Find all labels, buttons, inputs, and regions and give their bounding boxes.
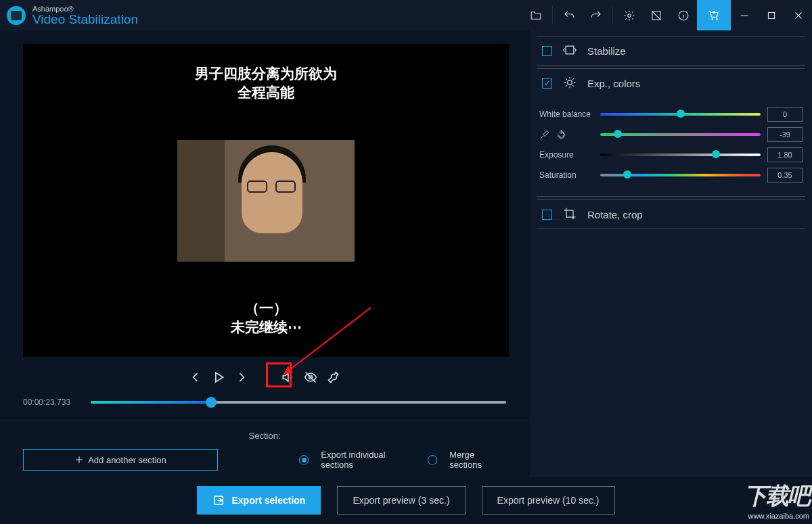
exp-colors-body: White balance 0 -39 Exposure [537,97,805,196]
section-heading: Section: [23,431,506,441]
folder-icon [530,9,542,22]
rotate-label: Rotate, crop [587,209,643,220]
add-section-button[interactable]: Add another section [23,449,218,471]
maximize-icon [765,9,777,22]
timecode-label: 00:00:23.733 [23,398,77,407]
redo-button[interactable] [583,0,610,30]
play-button[interactable] [212,371,225,384]
timeline-slider[interactable] [91,401,506,404]
stabilize-icon [563,43,577,59]
exp-colors-label: Exp., colors [587,78,640,89]
radio-individual-label: Export individual sections [321,450,415,470]
white-balance-label: White balance [539,110,593,119]
app-logo: Ashampoo® Video Stabilization [0,5,138,26]
radio-merge[interactable] [428,455,437,465]
wrench-icon [327,371,340,384]
svg-point-8 [568,80,572,85]
timeline-progress [91,401,211,404]
reset-wb-button[interactable] [556,130,566,142]
timeline-row: 00:00:23.733 [0,391,529,407]
eyedropper-icon [539,130,549,140]
exposure-thumb[interactable] [712,150,720,158]
footer-bar: Export selection Export preview (3 sec.)… [0,477,812,524]
rotate-checkbox[interactable] [542,210,552,220]
white-balance-value[interactable]: 0 [767,107,803,122]
tint-value[interactable]: -39 [767,127,803,142]
stabilize-checkbox[interactable] [542,46,552,56]
logo-icon [7,6,26,25]
undo-icon [563,9,575,22]
add-section-label: Add another section [88,455,166,465]
video-caption-top: 男子四肢分离为所欲为 全程高能 [195,64,337,102]
reset-icon [556,130,566,140]
tools-button[interactable] [327,371,340,384]
next-frame-button[interactable] [235,371,248,384]
video-preview[interactable]: 男子四肢分离为所欲为 全程高能 （一） 未完继续⋯ [23,44,509,357]
plus-icon [74,455,84,465]
theme-button[interactable] [643,0,670,30]
cart-button[interactable] [697,0,731,30]
timeline-thumb[interactable] [206,397,217,408]
stabilize-label: Stabilize [587,45,626,57]
maximize-button[interactable] [758,0,785,30]
radio-merge-label: Merge sections [449,450,506,470]
left-pane: 男子四肢分离为所欲为 全程高能 （一） 未完继续⋯ 00:00:23.733 [0,30,529,477]
close-icon [792,9,805,22]
exposure-slider[interactable] [600,153,761,156]
eyedropper-button[interactable] [539,130,549,142]
svg-rect-3 [769,12,775,18]
settings-button[interactable] [616,0,643,30]
panel-rotate-header[interactable]: Rotate, crop [537,200,805,229]
exposure-value[interactable]: 1.80 [767,147,803,162]
tint-thumb[interactable] [614,130,622,138]
exposure-label: Exposure [539,150,593,160]
saturation-label: Saturation [539,170,593,180]
section-panel: Section: Add another section Export indi… [0,421,529,471]
radio-individual[interactable] [299,455,309,465]
panel-stabilize-header[interactable]: Stabilize [537,37,805,65]
exp-colors-checkbox[interactable] [542,78,552,89]
minimize-button[interactable] [731,0,758,30]
open-file-button[interactable] [522,0,549,30]
saturation-thumb[interactable] [623,170,631,178]
panel-exp-colors: Exp., colors White balance 0 [537,68,805,197]
minimize-icon [738,9,750,22]
export-selection-button[interactable]: Export selection [197,486,321,515]
eye-off-icon [304,371,317,384]
panel-exp-header[interactable]: Exp., colors [537,69,805,97]
video-caption-bottom: （一） 未完继续⋯ [231,299,302,337]
tint-slider[interactable] [600,133,761,136]
main-area: 男子四肢分离为所欲为 全程高能 （一） 未完继续⋯ 00:00:23.733 [0,30,812,477]
info-button[interactable] [670,0,697,30]
play-icon [212,371,225,384]
saturation-slider[interactable] [600,174,761,176]
video-content: 男子四肢分离为所欲为 全程高能 （一） 未完继续⋯ [177,44,355,357]
svg-point-0 [628,14,631,17]
svg-rect-7 [566,46,574,54]
gear-icon [623,9,635,22]
chevron-right-icon [235,371,248,384]
info-icon [677,9,690,22]
close-button[interactable] [785,0,812,30]
title-bar: Ashampoo® Video Stabilization [0,0,812,30]
brightness-icon [563,76,577,91]
export-mode-radios: Export individual sections Merge section… [299,450,506,470]
saturation-value[interactable]: 0.35 [767,168,803,183]
crop-icon [563,207,577,222]
export-preview-3-button[interactable]: Export preview (3 sec.) [337,486,465,515]
panel-rotate-crop: Rotate, crop [537,199,805,229]
prev-frame-button[interactable] [189,371,202,384]
export-preview-10-button[interactable]: Export preview (10 sec.) [482,486,615,515]
panel-stabilize: Stabilize [537,36,805,66]
undo-button[interactable] [556,0,583,30]
playback-controls [0,364,529,391]
chevron-left-icon [189,371,202,384]
contrast-icon [650,9,662,22]
wb-thumb[interactable] [677,110,685,118]
white-balance-slider[interactable] [600,113,761,116]
export-selection-label: Export selection [231,495,305,506]
redo-icon [590,9,602,22]
annotation-highlight [266,362,292,387]
compare-toggle-button[interactable] [304,371,317,384]
brand-label: Ashampoo® [32,5,138,13]
